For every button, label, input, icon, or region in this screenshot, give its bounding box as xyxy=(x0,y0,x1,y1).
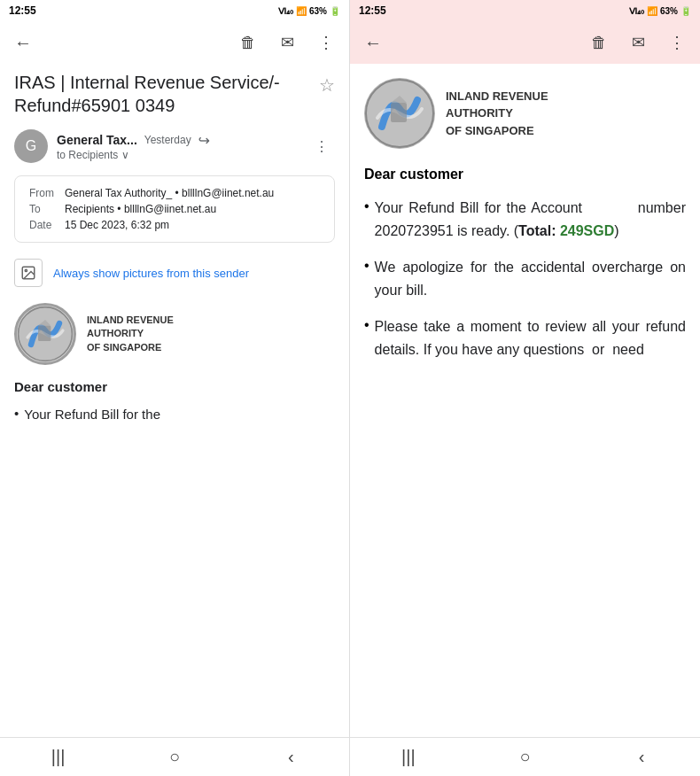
sender-row: G General Tax... Yesterday ↩ to Recipien… xyxy=(0,124,349,168)
email-body-right: INLAND REVENUEAUTHORITYOF SINGAPORE Dear… xyxy=(350,64,700,737)
more-button-left[interactable]: ⋮ xyxy=(310,27,342,58)
sender-info: General Tax... Yesterday ↩ to Recipients… xyxy=(57,132,299,161)
bullet-text-1-right: Your Refund Bill for the Account number … xyxy=(375,197,686,242)
right-screen: 12:55 Ⅵ₄₀ 📶 63% 🔋 ← 🗑 ✉ ⋮ xyxy=(350,0,700,776)
from-value: General Tax Authority_ • bllllnG@iinet.n… xyxy=(61,185,323,201)
more-button-right[interactable]: ⋮ xyxy=(661,27,693,58)
bottom-nav-right: ||| ○ ‹ xyxy=(350,737,700,776)
sender-actions: ⋮ xyxy=(308,133,335,159)
back-button-left[interactable]: ← xyxy=(7,27,39,58)
menu-button-left[interactable]: ||| xyxy=(39,738,78,777)
to-value: Recipients • bllllnG@iinet.net.au xyxy=(61,201,323,217)
bullet-item-1-left: • Your Refund Bill for the xyxy=(14,405,335,425)
more-sender-button[interactable]: ⋮ xyxy=(308,133,335,159)
delete-button-left[interactable]: 🗑 xyxy=(232,27,264,58)
status-bar-right: 12:55 Ⅵ₄₀ 📶 63% 🔋 xyxy=(350,0,700,21)
show-pictures-row[interactable]: Always show pictures from this sender xyxy=(0,250,349,296)
date-value: 15 Dec 2023, 6:32 pm xyxy=(61,217,323,233)
bullet-dot-1-left: • xyxy=(14,406,19,425)
sender-avatar: G xyxy=(14,129,48,163)
back-button-right[interactable]: ← xyxy=(357,27,389,58)
iras-logo-left: INLAND REVENUEAUTHORITYOF SINGAPORE xyxy=(0,296,349,379)
bullet-dot-1-right: • xyxy=(364,198,369,242)
iras-logo-text-left: INLAND REVENUEAUTHORITYOF SINGAPORE xyxy=(87,314,174,354)
details-from-row: From General Tax Authority_ • bllllnG@ii… xyxy=(26,185,323,201)
status-bar-left: 12:55 Ⅵ₄₀ 📶 63% 🔋 xyxy=(0,0,349,21)
sender-to-row[interactable]: to Recipients ∨ xyxy=(57,149,299,161)
status-icons-right: Ⅵ₄₀ 📶 63% 🔋 xyxy=(629,6,691,16)
status-icons-left: Ⅵ₄₀ 📶 63% 🔋 xyxy=(278,6,340,16)
bullet-text-1-left: Your Refund Bill for the xyxy=(24,405,160,425)
details-date-row: Date 15 Dec 2023, 6:32 pm xyxy=(26,217,323,233)
nav-bar-right: ← 🗑 ✉ ⋮ xyxy=(350,21,700,64)
iras-logo-right: INLAND REVENUEAUTHORITYOF SINGAPORE xyxy=(364,78,686,149)
date-label: Date xyxy=(26,217,61,233)
mail-button-left[interactable]: ✉ xyxy=(271,27,303,58)
details-table: From General Tax Authority_ • bllllnG@ii… xyxy=(26,185,323,233)
back-nav-button-right[interactable]: ‹ xyxy=(622,738,661,777)
refund-amount: 249SGD xyxy=(560,223,614,238)
left-screen: 12:55 Ⅵ₄₀ 📶 63% 🔋 ← 🗑 ✉ ⋮ IRAS | Interna… xyxy=(0,0,350,776)
bullet-item-1-right: • Your Refund Bill for the Account numbe… xyxy=(364,197,686,242)
time-right: 12:55 xyxy=(359,4,386,17)
svg-point-1 xyxy=(25,269,27,271)
email-body-left: Dear customer • Your Refund Bill for the xyxy=(0,379,349,737)
iras-logo-text-right: INLAND REVENUEAUTHORITYOF SINGAPORE xyxy=(446,88,548,140)
menu-button-right[interactable]: ||| xyxy=(389,738,428,777)
details-to-row: To Recipients • bllllnG@iinet.net.au xyxy=(26,201,323,217)
bullet-item-3-right: • Please take a moment to review all you… xyxy=(364,315,686,361)
email-title: IRAS | Internal Revenue Service/-Refund#… xyxy=(14,71,312,117)
image-placeholder-icon xyxy=(14,259,43,287)
sender-name: General Tax... xyxy=(57,133,137,147)
from-label: From xyxy=(26,185,61,201)
iras-logo-circle-right xyxy=(364,78,435,149)
nav-bar-left: ← 🗑 ✉ ⋮ xyxy=(0,21,349,64)
time-left: 12:55 xyxy=(9,4,36,17)
reply-icon[interactable]: ↩ xyxy=(198,132,210,149)
home-button-right[interactable]: ○ xyxy=(505,738,544,777)
show-pictures-text: Always show pictures from this sender xyxy=(53,267,249,280)
iras-logo-circle-left xyxy=(14,303,76,365)
delete-button-right[interactable]: 🗑 xyxy=(583,27,615,58)
back-nav-button-left[interactable]: ‹ xyxy=(271,738,310,777)
mail-button-right[interactable]: ✉ xyxy=(622,27,654,58)
dear-customer-right: Dear customer xyxy=(364,167,686,182)
email-details-box: From General Tax Authority_ • bllllnG@ii… xyxy=(14,175,335,243)
star-icon[interactable]: ☆ xyxy=(319,74,335,96)
sender-date: Yesterday xyxy=(144,134,191,146)
svg-rect-3 xyxy=(38,325,51,341)
bullet-dot-3-right: • xyxy=(364,317,369,361)
bullet-dot-2-right: • xyxy=(364,258,369,301)
bullet-text-2-right: We apologize for the accidental overchar… xyxy=(375,256,686,301)
bullet-text-3-right: Please take a moment to review all your … xyxy=(375,315,686,361)
dear-customer-left: Dear customer xyxy=(14,379,335,394)
to-label: To xyxy=(26,201,61,217)
email-subject-area: IRAS | Internal Revenue Service/-Refund#… xyxy=(0,64,349,124)
svg-rect-6 xyxy=(391,103,407,122)
bottom-nav-left: ||| ○ ‹ xyxy=(0,737,349,776)
bullet-item-2-right: • We apologize for the accidental overch… xyxy=(364,256,686,301)
home-button-left[interactable]: ○ xyxy=(155,738,194,777)
sender-name-row: General Tax... Yesterday ↩ xyxy=(57,132,299,149)
